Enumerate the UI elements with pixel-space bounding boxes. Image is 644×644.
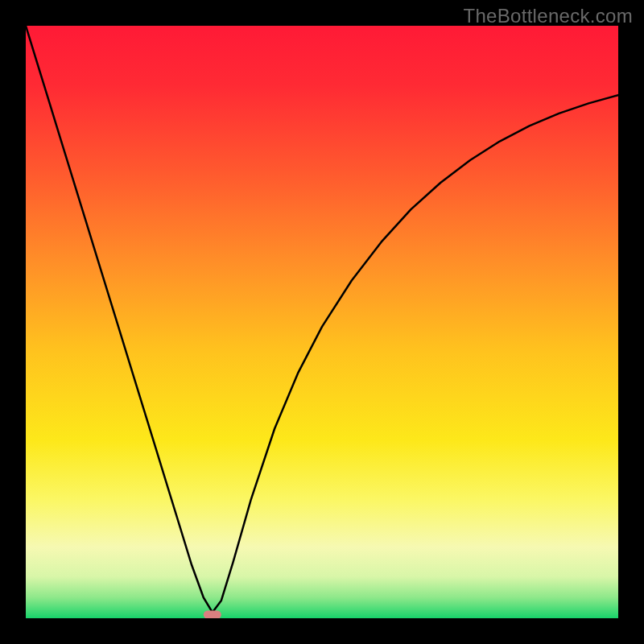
attribution-text: TheBottleneck.com [463, 5, 633, 27]
bottleneck-chart-svg [26, 26, 618, 618]
chart-area [26, 26, 618, 618]
heatmap-background [26, 26, 618, 618]
optimal-point-marker [204, 610, 221, 618]
